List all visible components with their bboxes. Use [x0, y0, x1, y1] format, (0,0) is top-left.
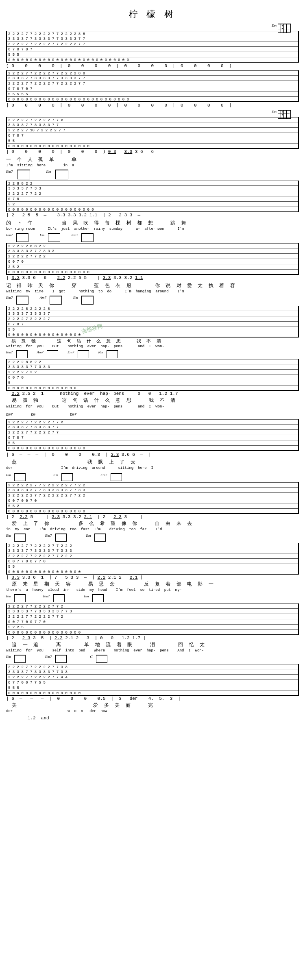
section-11: Em Em7 Em 2 2 2 2 7 7 2 2 2 2 7 7 2 3 3 … [6, 594, 299, 653]
tab-staff-6: 2 2 2 2 8 2 2 2 2 8 3 3 3 3 7 3 3 3 3 7 … [6, 306, 299, 338]
tab-staff-7: 2 2 2 2 8 8 2 2 3 3 3 3 3 7 7 3 3 3 2 2 … [6, 359, 299, 391]
tab-8-3: 2 2 2 2 7 7 2 2 2 2 7 7 [7, 430, 298, 435]
chord-em-10a: Em [6, 534, 11, 538]
tab-12-5: 5 5 5 [7, 685, 298, 690]
tab-5-1: 2 2 2 2 2 8 8 2 2 [7, 243, 298, 248]
tab-3-2: 3 3 3 3 7 7 3 3 3 3 7 7 [7, 122, 298, 128]
english-lyrics-1: I'm sitting here in a [6, 163, 299, 168]
tab-5-6: 0 0 0 0 0 0 0 0 0 0 0 0 0 0 0 0 0 0 0 [7, 270, 298, 275]
chinese-lyrics-3: 记 得 昨 天 你 穿 蓝 色 衣 服 你 说 对 爱 太 执 着 容 [6, 282, 299, 290]
tab-line-6: 0 0 0 0 0 0 0 0 0 0 0 0 0 0 0 0 0 0 0 0 … [7, 57, 298, 63]
chinese-10: 原 来 星 期 天 容 易 思 念 反 复 着 部 电 影 一 [6, 580, 299, 588]
chord-em7-12b: Em7 [45, 655, 52, 659]
notes-row-1: ( 0 0 0 0 | 0 0 0 0 | 0 0 0 0 | 0 0 0 0 … [6, 63, 299, 69]
chord-em7-7a: Em7 [6, 350, 13, 354]
chord-em7-5a: Em7 [6, 233, 13, 237]
chord-diagram-em-3: ● ● [278, 110, 291, 119]
section-5: Em7 Em Em7 2 2 2 2 2 8 8 2 2 3 3 3 3 3 3… [6, 233, 299, 281]
tab-11-5: 5 2 2 5 [7, 625, 298, 630]
main-content: Em7 Em Em7 2 2 2 2 7 7 2 2 2 2 7 7 x 3 3… [6, 410, 299, 472]
tab-line-2: 3 3 3 3 7 7 3 3 3 3 7 7 3 3 3 3 7 7 [7, 36, 298, 41]
tab-10-2: 3 3 3 3 7 7 3 3 3 3 7 7 3 3 3 [7, 548, 298, 553]
chord-diag-em-10a [14, 534, 26, 542]
tab-6-6: 0 0 0 0 0 0 0 0 0 0 0 0 0 0 0 0 0 [7, 332, 298, 338]
notes-12: | 6 — — — | 0 0 0 0.5 | 3 der 4. 5. 3 | [6, 696, 299, 701]
lyrics-block-2: 的 下 午 当 风 吹 得 每 棵 树 都 想 跳 舞 bo- ring roo… [6, 219, 299, 232]
tab-12-4: 0 7 7 0 0 7 7 5 5 [7, 680, 298, 685]
chord-em7-11b: Em7 [43, 594, 50, 598]
tab-5-4: 0 0 7 0 [7, 259, 298, 264]
notes-10: | 3.3 3.3 6 1 | 7 5 3 3 — | 2.2 2.1 2 2.… [6, 575, 299, 580]
tab-8-2: 3 3 3 3 7 7 3 3 3 3 7 7 [7, 425, 298, 430]
tab-4-4: 0 7 0 [7, 196, 298, 202]
tab-staff-11: 2 2 2 2 7 7 2 2 2 2 7 7 2 3 3 3 3 3 7 7 … [6, 603, 299, 635]
tab-2-5: 5 5 5 5 5 [7, 91, 298, 97]
english-row-7: waiting for you But nothing ever hap- pe… [6, 405, 299, 409]
chord-em7-8: Em7 [6, 412, 13, 418]
chinese-lyrics-7: 易 孤 独 这 句 话 什 么 意 思 我 不 清 [6, 396, 299, 404]
tab-5-3: 2 2 2 2 2 7 7 2 2 [7, 254, 298, 259]
chord-label-em-3: Em [272, 110, 277, 114]
chord-em7-label-4a: Em7 [6, 170, 13, 174]
chord-diag-em7-12b [55, 655, 67, 663]
chord-diag-em-9b [61, 473, 73, 481]
tab-4-3: 2 2 2 2 7 7 2 2 [7, 191, 298, 196]
english-lyrics-3: waiting my time I got nothing to do I'm … [6, 290, 299, 294]
section-3: Em ● ● 2 2 2 [6, 110, 299, 155]
chord-diag-em-9a [14, 473, 26, 481]
tab-staff-9: 2 2 2 2 2 2 7 7 2 2 2 2 2 2 7 7 2 2 3 3 … [6, 482, 299, 514]
chord-rm-7d: Rm [98, 350, 103, 354]
chord-diag-am7-6b [50, 296, 62, 305]
tab-8-1: 2 2 2 2 7 7 2 2 2 2 7 7 x [7, 419, 298, 425]
chinese-8: 蕊 我 飘 上 了 云 [6, 458, 299, 466]
tab-4-2: 3 3 3 3 7 7 3 3 [7, 186, 298, 191]
tab-4-5: 5 2 [7, 202, 298, 207]
chord-diag-em7-11b [53, 594, 65, 602]
chord-em7-10b: Em7 [45, 534, 52, 538]
chord-em7-5c: Em7 [72, 233, 78, 237]
chord-em-12a: Em [6, 655, 11, 659]
tab-9-5: 5 5 2 [7, 503, 298, 509]
notes-row-3: | 0 0 0 0 | 0 0 0 ) 0 3 3.3 3 6 6 [6, 149, 299, 155]
chord-diag-em7-4a [17, 170, 30, 179]
section-7: Em7 Am7 Em7 Rm 2 2 2 2 8 8 2 2 3 3 3 3 3… [6, 350, 299, 409]
tab-10-1: 2 2 2 2 7 7 2 2 2 2 7 7 2 2 2 [7, 543, 298, 548]
chord-diag-em-11a [14, 594, 26, 602]
chord-em7-6a: Em7 [6, 296, 13, 300]
tab-11-6: 0 0 0 0 0 0 0 0 0 0 0 0 0 0 0 0 0 [7, 630, 298, 635]
chord-em-label-4b: Em [46, 170, 51, 174]
tab-staff-3: 2 2 2 2 7 7 2 2 2 2 7 7 x 3 3 3 3 7 7 3 … [6, 117, 299, 149]
tab-12-1: 2 2 2 2 7 7 2 2 2 2 7 7 3 3 [7, 664, 298, 669]
tab-6-1: 2 2 2 2 8 2 2 2 2 8 [7, 306, 298, 311]
chord-em-6c: Em [73, 296, 78, 300]
page: 吉他谷网 柠 檬 树 Em ● ● [0, 0, 305, 726]
tab-8-4: 0 7 0 7 [7, 435, 298, 440]
tab-7-3: 2 2 2 2 7 2 2 [7, 370, 298, 375]
tab-2-3: 2 2 2 2 7 7 2 2 2 2 7 7 2 2 2 2 7 7 [7, 81, 298, 86]
chord-diag-rm-7d [107, 350, 118, 358]
section-2: 2 2 2 2 7 7 2 2 2 2 7 7 2 2 2 2 8 8 3 3 … [6, 70, 299, 109]
tab-9-3: 2 2 2 2 2 2 7 7 2 2 2 2 2 2 7 7 2 2 [7, 493, 298, 498]
tab-2-4: 0 7 0 7 0 7 [7, 86, 298, 91]
tab-4-6: 0 0 0 0 0 0 0 0 0 0 0 0 0 0 0 0 0 0 0 0 [7, 207, 298, 212]
chord-diag-em7-5a [16, 233, 28, 242]
chinese-lyrics-1: 一 个 人 孤 单 单 [6, 156, 299, 163]
section-6: Em7 Am7 Em 2 2 2 2 8 2 2 2 2 8 3 3 3 3 7… [6, 296, 299, 349]
tab-7-1: 2 2 2 2 8 8 2 2 [7, 359, 298, 364]
chinese-11: 追 一 追 离 单 地 流 着 眼 泪 回 忆 太 [6, 641, 299, 649]
tab-staff-8: 2 2 2 2 7 7 2 2 2 2 7 7 x 3 3 3 3 7 7 3 … [6, 419, 299, 451]
chinese-9: 爱 上 了 你 多 么 希 望 像 你 自 由 来 去 [6, 520, 299, 527]
chord-em-9b: Em [53, 473, 58, 477]
notes-11: | 2 2 3 3 5 | 2.2 2.1 2 3 | 0 0 1.2 1.7 … [6, 635, 299, 641]
chord-em7-9c: Em7 [100, 473, 107, 477]
tab-9-6: 0 0 0 0 0 0 0 0 0 0 0 0 0 0 0 0 0 0 [7, 509, 298, 514]
chord-diag-em-11c [92, 594, 104, 602]
tab-3-5: 5 5 [7, 138, 298, 144]
chord-g-12c: G [90, 655, 93, 659]
tab-10-6: 0 0 0 0 0 0 0 0 0 0 0 0 0 0 0 0 0 [7, 569, 298, 575]
section-1: Em ● ● 2 2 [6, 24, 299, 69]
chord-em-8: Em [31, 412, 35, 418]
tab-staff-4: 2 2 8 8 2 2 3 3 3 3 7 7 3 3 2 2 2 2 7 7 [6, 181, 299, 212]
chord-em-9a: Em [6, 473, 11, 477]
notes-row-4: | 2 2 5 5 — | 3.3 3.3 3.2 1.1 | 2 2 3 3 … [6, 212, 299, 218]
